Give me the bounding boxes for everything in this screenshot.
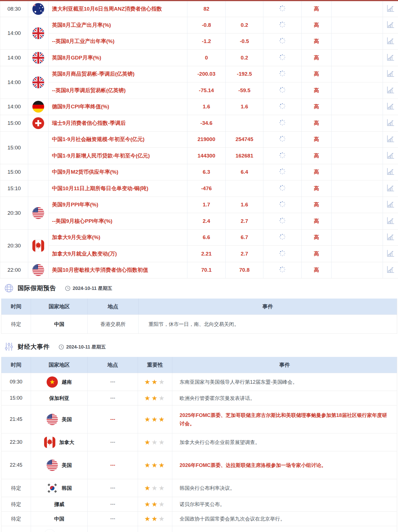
chart-action-cell[interactable] — [383, 164, 398, 180]
importance-cell: 高 — [302, 82, 332, 99]
chart-icon[interactable] — [386, 4, 395, 13]
event-name-cell: 德国9月CPI年率终值(%) — [49, 99, 187, 115]
spinner-icon — [279, 119, 286, 126]
forecast-value-cell: 254745 — [226, 131, 263, 148]
star-icon: ★ — [159, 394, 166, 402]
chart-action-cell[interactable] — [383, 246, 398, 262]
chart-icon[interactable] — [386, 69, 395, 78]
event-time-cell: 14:00 — [0, 66, 28, 99]
country-flag-cell — [28, 1, 49, 17]
importance-cell: 高 — [302, 197, 332, 213]
importance-cell: 高 — [302, 66, 332, 82]
event-importance-cell: ★★★ — [138, 512, 172, 526]
economic-event-row: 20:30美国9月PPI年率(%)1.71.6高 — [0, 197, 398, 213]
star-icon: ★ — [159, 416, 166, 423]
holiday-col-country: 国家地区 — [31, 299, 88, 315]
previous-value-cell — [332, 213, 383, 230]
holiday-row: 待定中国香港交易所重阳节，休市一日，南、北向交易关闭。 — [1, 315, 397, 334]
chart-icon[interactable] — [386, 200, 395, 209]
chart-action-cell[interactable] — [383, 66, 398, 82]
chart-action-cell[interactable] — [383, 99, 398, 115]
chart-icon[interactable] — [386, 265, 395, 274]
chart-action-cell[interactable] — [383, 50, 398, 66]
kr-flag-icon — [47, 483, 58, 494]
importance-cell: 高 — [302, 17, 332, 34]
previous-value-cell — [332, 180, 383, 197]
economic-event-row: 14:00德国9月CPI年率终值(%)1.61.6高 — [0, 99, 398, 115]
chart-icon[interactable] — [386, 216, 395, 225]
big-event-row: 21:45美国---★★★2025年FOMC票委、芝加哥联储主席古尔斯比和美联储… — [1, 405, 397, 433]
chart-action-cell[interactable] — [383, 180, 398, 197]
events-table: 时间 国家地区 地点 重要性 事件 09:30越南---★★★东南亚国家与美国领… — [1, 357, 397, 532]
country-flag-cell — [28, 99, 49, 115]
chart-icon[interactable] — [386, 20, 395, 29]
forecast-value-cell: -192.5 — [226, 66, 263, 82]
star-icon: ★ — [159, 500, 166, 508]
events-section-title: 财经大事件 2024-10-11 星期五 — [4, 340, 106, 354]
event-name-cell: 加拿大9月失业率(%) — [49, 229, 187, 246]
status-cell — [263, 1, 302, 17]
holiday-time-cell: 待定 — [1, 315, 31, 334]
chart-icon[interactable] — [386, 167, 395, 176]
star-icon: ★ — [151, 531, 159, 532]
star-icon: ★ — [144, 500, 152, 508]
chart-icon[interactable] — [386, 134, 395, 143]
chart-action-cell[interactable] — [383, 262, 398, 278]
forecast-value-cell: 6.7 — [226, 229, 263, 246]
star-icon: ★ — [144, 438, 152, 446]
chart-icon[interactable] — [386, 183, 395, 192]
country-flag-cell — [28, 115, 49, 132]
country-label: 美国 — [31, 414, 87, 425]
previous-value-cell — [332, 164, 383, 180]
chart-action-cell[interactable] — [383, 82, 398, 99]
event-name-cell: 澳大利亚截至10月6日当周ANZ消费者信心指数 — [49, 1, 187, 17]
chart-action-cell[interactable] — [383, 115, 398, 132]
holiday-col-event: 事件 — [139, 299, 397, 315]
actual-value-cell: 1.7 — [187, 197, 226, 213]
spinner-icon — [279, 103, 286, 109]
country-flag-cell — [28, 164, 49, 180]
star-icon: ★ — [144, 416, 152, 423]
holiday-country-cell: 中国 — [31, 315, 88, 334]
chart-action-cell[interactable] — [383, 229, 398, 246]
star-icon: ★ — [144, 394, 152, 402]
previous-value-cell — [332, 262, 383, 278]
forecast-value-cell: 0.2 — [226, 17, 263, 34]
spinner-icon — [279, 233, 286, 240]
chart-action-cell[interactable] — [383, 213, 398, 230]
globe-icon — [4, 283, 14, 293]
chart-icon[interactable] — [386, 249, 395, 258]
previous-value-cell — [332, 148, 383, 164]
chart-action-cell[interactable] — [383, 131, 398, 148]
us-flag-icon — [32, 207, 44, 219]
status-cell — [263, 197, 302, 213]
chart-icon[interactable] — [386, 118, 395, 127]
country-label: 加拿大 — [31, 437, 87, 448]
chart-action-cell[interactable] — [383, 17, 398, 34]
country-name: 美国 — [62, 462, 72, 469]
chart-action-cell[interactable] — [383, 148, 398, 164]
chart-icon[interactable] — [386, 102, 395, 111]
chart-action-cell[interactable] — [383, 197, 398, 213]
status-cell — [263, 115, 302, 132]
big-event-row: 09:30越南---★★★东南亚国家与美国领导人举行第12届东盟-美国峰会。 — [1, 373, 397, 391]
event-country-cell: 韩国 — [31, 479, 88, 497]
chart-icon[interactable] — [386, 36, 395, 45]
country-flag-cell — [28, 50, 49, 66]
chart-icon[interactable] — [386, 151, 395, 160]
chart-icon[interactable] — [386, 53, 395, 62]
chart-icon[interactable] — [386, 85, 395, 94]
chart-action-cell[interactable] — [383, 33, 398, 50]
country-name: 韩国 — [62, 485, 72, 492]
importance-cell: 高 — [302, 164, 332, 180]
chart-action-cell[interactable] — [383, 1, 398, 17]
event-name-cell: 中国1-9月社会融资规模-年初至今(亿元) — [49, 131, 187, 148]
star-icon: ★ — [151, 461, 159, 469]
holiday-location-cell: 香港交易所 — [88, 315, 139, 334]
event-name-cell: 英国8月GDP月率(%) — [49, 50, 187, 66]
event-location-cell: --- — [88, 433, 138, 451]
chart-icon[interactable] — [386, 232, 395, 241]
spinner-icon — [279, 5, 286, 12]
event-importance-cell: ★★★ — [138, 405, 172, 433]
us-flag-icon — [47, 460, 58, 471]
